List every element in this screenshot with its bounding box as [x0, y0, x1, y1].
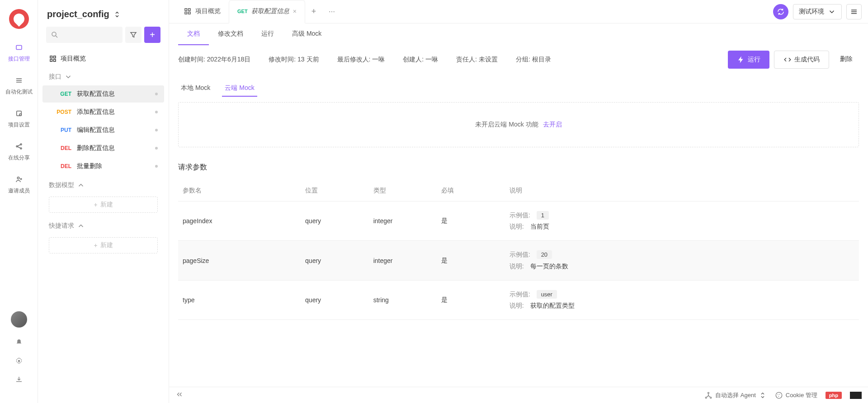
param-location: query — [301, 280, 369, 319]
tab-active-api[interactable]: GET 获取配置信息 × — [229, 0, 305, 23]
svg-point-7 — [20, 144, 22, 145]
status-dot — [155, 129, 158, 131]
param-required: 是 — [437, 241, 505, 280]
chevron-up-icon — [77, 222, 85, 230]
more-tabs-button[interactable]: ⋯ — [322, 8, 341, 15]
bell-icon[interactable] — [15, 338, 23, 348]
top-right-controls: 测试环境 — [773, 4, 862, 19]
tab-overview[interactable]: 项目概览 — [175, 0, 229, 23]
chevron-updown-icon — [113, 10, 121, 19]
invite-icon — [14, 174, 24, 184]
sidebar-api-item[interactable]: DEL 批量删除 — [42, 158, 164, 175]
svg-rect-23 — [185, 12, 187, 14]
sub-tab-doc[interactable]: 文档 — [178, 23, 209, 45]
rail-label: 项目设置 — [8, 121, 30, 129]
settings-icon — [14, 108, 24, 118]
hamburger-icon — [850, 8, 858, 16]
run-button[interactable]: 运行 — [728, 51, 769, 69]
section-api-header[interactable]: 接口 — [42, 67, 164, 84]
meta-modified: 修改时间: 13 天前 — [269, 56, 319, 64]
add-button[interactable]: + — [144, 27, 160, 43]
code-icon — [783, 56, 792, 64]
svg-point-6 — [16, 146, 18, 147]
app-logo[interactable] — [9, 9, 29, 29]
share-icon — [14, 141, 24, 151]
search-input[interactable] — [46, 27, 123, 43]
new-quick-request-button[interactable]: + 新建 — [49, 237, 158, 253]
enable-mock-link[interactable]: 去开启 — [543, 121, 562, 129]
section-quick-request-header[interactable]: 快捷请求 — [42, 216, 164, 234]
main-area: 项目概览 GET 获取配置信息 × + ⋯ 测试环境 文档 修改文档 运行 高级… — [169, 0, 868, 403]
param-name: pageSize — [178, 241, 301, 280]
svg-point-29 — [705, 397, 707, 398]
param-required: 是 — [437, 202, 505, 241]
th-type: 类型 — [369, 180, 437, 202]
svg-rect-0 — [16, 46, 22, 50]
mock-not-enabled-box: 未开启云端 Mock 功能 去开启 — [178, 102, 859, 147]
sidebar-api-item[interactable]: POST 添加配置信息 — [42, 103, 164, 121]
svg-point-11 — [17, 177, 19, 179]
svg-point-30 — [710, 397, 712, 398]
cookie-icon — [775, 391, 783, 399]
sidebar-api-item[interactable]: GET 获取配置信息 — [42, 85, 164, 103]
svg-line-16 — [56, 36, 57, 37]
mock-tab-cloud[interactable]: 云端 Mock — [222, 80, 257, 97]
add-tab-button[interactable]: + — [305, 7, 323, 16]
section-data-model-header[interactable]: 数据模型 — [42, 176, 164, 193]
param-name: type — [178, 280, 301, 319]
tab-name-label: 获取配置信息 — [251, 7, 289, 15]
collapse-button[interactable] — [175, 390, 184, 400]
delete-button[interactable]: 删除 — [834, 51, 859, 69]
api-icon — [14, 42, 24, 52]
chevron-up-icon — [77, 181, 85, 189]
rail-invite[interactable]: 邀请成员 — [8, 174, 30, 195]
svg-rect-24 — [189, 12, 191, 14]
chevron-down-icon — [64, 73, 72, 81]
sidebar: project_config + 项目概览 接口 GET 获取配置信息 POST… — [38, 0, 169, 403]
sidebar-overview-link[interactable]: 项目概览 — [42, 50, 164, 67]
api-name-label: 删除配置信息 — [77, 144, 155, 152]
api-method-label: GET — [49, 91, 71, 97]
svg-point-8 — [20, 148, 22, 149]
mock-tab-local[interactable]: 本地 Mock — [178, 80, 213, 97]
th-required: 必填 — [437, 180, 505, 202]
sidebar-api-item[interactable]: DEL 删除配置信息 — [42, 140, 164, 157]
param-type: integer — [369, 202, 437, 241]
rail-share[interactable]: 在线分享 — [8, 141, 30, 162]
sub-tab-edit-doc[interactable]: 修改文档 — [209, 23, 252, 45]
rail-api-management[interactable]: 接口管理 — [8, 42, 30, 63]
left-rail: 接口管理 自动化测试 项目设置 在线分享 邀请成员 — [0, 0, 38, 403]
sub-tab-run[interactable]: 运行 — [252, 23, 283, 45]
close-icon[interactable]: × — [293, 8, 297, 15]
search-icon — [51, 31, 59, 39]
rail-automation-test[interactable]: 自动化测试 — [5, 75, 33, 96]
agent-selector[interactable]: 自动选择 Agent — [704, 391, 767, 399]
meta-creator: 创建人: 一咻 — [403, 56, 438, 64]
tab-method-label: GET — [237, 9, 248, 14]
sidebar-api-item[interactable]: PUT 编辑配置信息 — [42, 122, 164, 139]
api-name-label: 添加配置信息 — [77, 108, 155, 116]
project-title[interactable]: project_config — [42, 9, 164, 27]
svg-rect-17 — [50, 56, 52, 58]
gear-icon[interactable] — [15, 357, 23, 366]
user-avatar[interactable] — [11, 311, 27, 328]
filter-button[interactable] — [125, 27, 142, 43]
refresh-button[interactable] — [773, 4, 788, 19]
api-name-label: 获取配置信息 — [77, 90, 155, 98]
sub-tab-advanced-mock[interactable]: 高级 Mock — [283, 23, 330, 45]
generate-code-button[interactable]: 生成代码 — [774, 51, 829, 69]
mock-tabs: 本地 Mock 云端 Mock — [169, 74, 868, 97]
environment-select[interactable]: 测试环境 — [793, 4, 842, 19]
api-method-label: PUT — [49, 127, 71, 133]
meta-last-modifier: 最后修改人: 一咻 — [337, 56, 385, 64]
svg-rect-20 — [54, 60, 56, 62]
status-dot — [155, 147, 158, 150]
svg-rect-19 — [50, 60, 52, 62]
download-icon[interactable] — [15, 375, 23, 385]
menu-button[interactable] — [846, 4, 862, 19]
new-data-model-button[interactable]: + 新建 — [49, 197, 158, 213]
table-row: pageSize query integer 是 示例值: 20 说明: 每一页… — [178, 241, 859, 280]
rail-project-settings[interactable]: 项目设置 — [8, 108, 30, 129]
lightning-icon — [737, 56, 745, 64]
cookie-manager[interactable]: Cookie 管理 — [775, 391, 817, 399]
